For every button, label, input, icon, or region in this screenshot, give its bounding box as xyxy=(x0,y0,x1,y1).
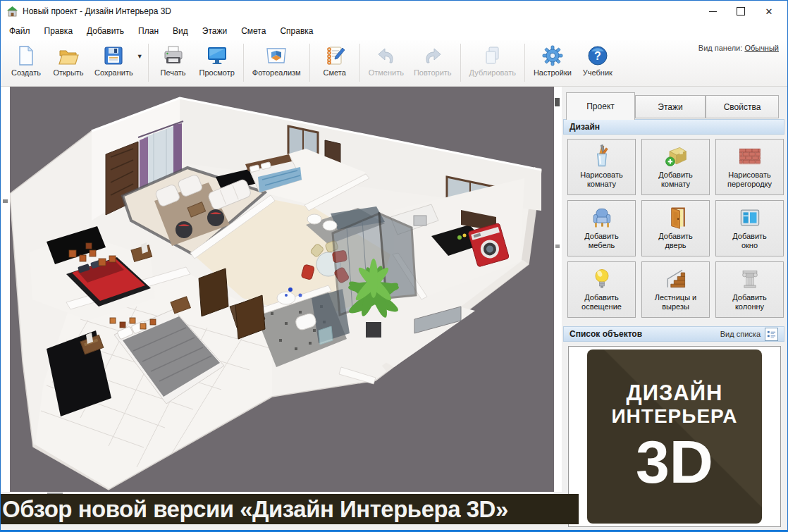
new-button[interactable]: Создать xyxy=(5,43,47,79)
app-icon xyxy=(6,6,18,17)
menu-file[interactable]: Файл xyxy=(2,23,37,39)
toolbar: Создать Открыть Сохранить ▼ Печать Просм… xyxy=(1,40,787,87)
add-window-label: Добавитьокно xyxy=(732,232,767,250)
floorplan-3d-view[interactable] xyxy=(10,87,554,492)
add-door-label: Добавитьдверь xyxy=(658,232,693,250)
tab-properties[interactable]: Свойства xyxy=(706,95,779,118)
menu-plan[interactable]: План xyxy=(131,23,166,39)
redo-label: Повторить xyxy=(414,68,452,77)
maximize-button[interactable] xyxy=(727,2,755,20)
list-view-label: Вид списка xyxy=(720,330,761,338)
menu-edit[interactable]: Правка xyxy=(37,23,80,39)
open-folder-icon xyxy=(58,45,79,66)
redo-icon xyxy=(422,45,443,66)
estimate-button[interactable]: Смета xyxy=(314,43,356,79)
canvas-left-scrollbar[interactable] xyxy=(1,87,10,492)
save-label: Сохранить xyxy=(94,68,133,77)
design-buttons-grid: Нарисоватькомнату Добавитькомнату Нарисо… xyxy=(567,139,783,318)
tutorial-button[interactable]: ? Учебник xyxy=(577,43,619,79)
estimate-icon xyxy=(324,45,345,66)
photorealism-button[interactable]: Фотореализм xyxy=(247,43,306,79)
duplicate-button[interactable]: Дублировать xyxy=(464,43,521,79)
undo-button[interactable]: Отменить xyxy=(364,43,409,79)
design-section-header: Дизайн xyxy=(563,119,784,135)
save-button[interactable]: Сохранить xyxy=(90,43,138,79)
toolbar-separator xyxy=(359,44,360,82)
toolbar-separator xyxy=(524,44,525,82)
stairs-icon xyxy=(663,266,689,292)
menu-bar: Файл Правка Добавить План Вид Этажи Смет… xyxy=(1,22,787,40)
menu-add[interactable]: Добавить xyxy=(80,23,131,39)
estimate-label: Смета xyxy=(323,68,345,77)
undo-label: Отменить xyxy=(369,68,404,77)
svg-text:?: ? xyxy=(594,50,601,62)
brand-line3: 3D xyxy=(636,431,713,493)
scrollbar-thumb[interactable] xyxy=(555,245,560,248)
scrollbar-thumb[interactable] xyxy=(3,199,8,203)
video-caption-overlay: Обзор новой версии «Дизайн Интерьера 3D» xyxy=(1,494,579,524)
minimize-icon xyxy=(709,11,717,12)
toolbar-separator xyxy=(460,44,461,82)
panel-tabs: Проект Этажи Свойства xyxy=(562,89,788,119)
stairs-button[interactable]: Лестницы ивырезы xyxy=(641,261,710,318)
draw-partition-icon xyxy=(737,144,763,169)
new-document-icon xyxy=(16,45,37,66)
add-furniture-button[interactable]: Добавитьмебель xyxy=(567,200,636,256)
draw-partition-button[interactable]: Нарисоватьперегородку xyxy=(715,139,784,195)
draw-room-button[interactable]: Нарисоватькомнату xyxy=(567,139,636,195)
close-icon: ✕ xyxy=(765,6,773,17)
add-column-button[interactable]: Добавитьколонну xyxy=(715,261,784,318)
menu-view[interactable]: Вид xyxy=(166,23,195,39)
add-column-icon xyxy=(737,266,763,292)
menu-help[interactable]: Справка xyxy=(273,23,320,39)
draw-room-icon xyxy=(589,144,615,169)
brand-line1: ДИЗАЙН xyxy=(627,381,723,405)
title-bar: Новый проект - Дизайн Интерьера 3D ✕ xyxy=(1,1,787,22)
redo-button[interactable]: Повторить xyxy=(409,43,457,79)
menu-estimate[interactable]: Смета xyxy=(234,23,273,39)
print-icon xyxy=(163,45,184,66)
add-light-button[interactable]: Добавитьосвещение xyxy=(567,261,636,318)
open-label: Открыть xyxy=(53,68,83,77)
preview-label: Просмотр xyxy=(199,68,235,77)
tab-label: Этажи xyxy=(658,102,682,112)
add-window-button[interactable]: Добавитьокно xyxy=(715,200,784,256)
add-window-icon xyxy=(737,205,763,230)
save-dropdown-arrow-icon[interactable]: ▼ xyxy=(137,53,143,60)
objects-list[interactable]: ДИЗАЙН ИНТЕРЬЕРА 3D xyxy=(568,346,781,527)
canvas-right-scrollbar[interactable] xyxy=(554,87,562,492)
panel-view-value[interactable]: Обычный xyxy=(744,44,779,52)
menu-floors[interactable]: Этажи xyxy=(195,23,234,39)
scrollbar-thumb[interactable] xyxy=(555,98,560,106)
tab-project[interactable]: Проект xyxy=(566,92,635,120)
stairs-label: Лестницы ивырезы xyxy=(655,293,697,311)
settings-button[interactable]: Настройки xyxy=(529,43,577,79)
undo-icon xyxy=(376,45,397,66)
print-button[interactable]: Печать xyxy=(152,43,195,79)
photorealism-icon xyxy=(266,45,287,66)
add-room-icon xyxy=(663,144,689,169)
tab-floors[interactable]: Этажи xyxy=(635,95,706,118)
panel-view-label: Вид панели: xyxy=(698,44,742,52)
close-button[interactable]: ✕ xyxy=(755,2,783,20)
add-door-button[interactable]: Добавитьдверь xyxy=(641,200,710,256)
settings-label: Настройки xyxy=(534,68,572,77)
minimize-button[interactable] xyxy=(698,2,727,20)
add-light-icon xyxy=(589,266,615,292)
duplicate-label: Дублировать xyxy=(469,68,516,77)
objects-section-header: Список объектов Вид списка xyxy=(563,326,784,342)
panel-view-switch[interactable]: Вид панели: Обычный xyxy=(698,44,779,52)
preview-button[interactable]: Просмотр xyxy=(195,43,240,79)
open-button[interactable]: Открыть xyxy=(47,43,90,79)
add-light-label: Добавитьосвещение xyxy=(581,293,622,311)
list-view-switch[interactable]: Вид списка xyxy=(720,328,778,341)
draw-room-label: Нарисоватькомнату xyxy=(580,171,622,189)
add-furniture-label: Добавитьмебель xyxy=(584,232,619,250)
tab-label: Проект xyxy=(586,101,615,111)
toolbar-separator xyxy=(148,44,149,82)
list-view-icon[interactable] xyxy=(765,328,778,341)
add-furniture-icon xyxy=(589,205,615,230)
add-room-button[interactable]: Добавитькомнату xyxy=(641,139,710,195)
save-icon xyxy=(103,45,124,66)
maximize-icon xyxy=(737,7,745,16)
